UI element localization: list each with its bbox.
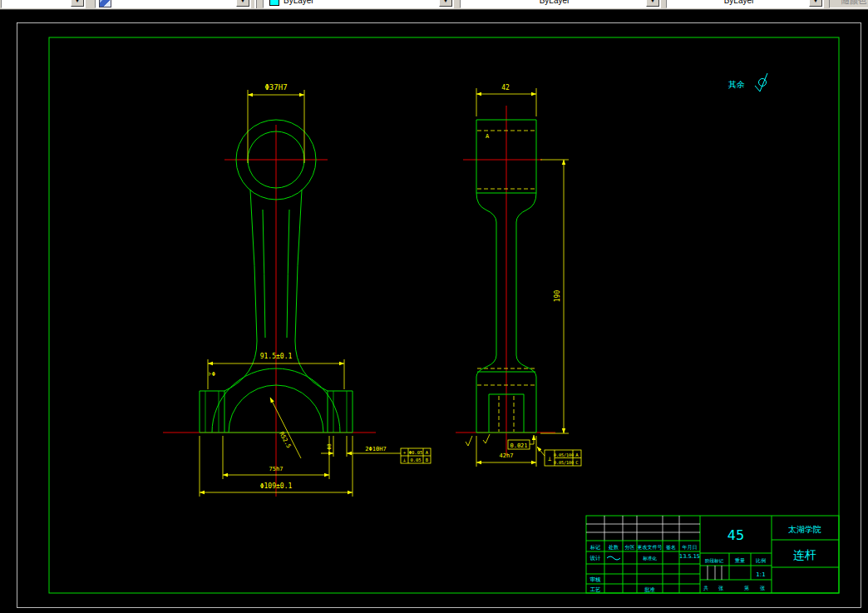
dim-width-top: 42 [501, 84, 510, 91]
svg-text:设计: 设计 [590, 555, 602, 561]
fcf-tolerance: Φ0.05 [409, 450, 423, 455]
dim-big-od: Φ109±0.1 [260, 482, 293, 490]
dim-radius: R52.5 [278, 431, 292, 449]
roughness-check-icon [755, 73, 767, 91]
scale-value: 1:1 [756, 571, 765, 578]
svg-text:阶段标记: 阶段标记 [705, 558, 724, 564]
dim-length: 190 [554, 290, 561, 303]
dim-width-bottom: 42h7 [500, 452, 514, 459]
dim-span: 91.5±0.1 [260, 353, 293, 360]
rest-label: 其余 [728, 80, 745, 89]
svg-text:第: 第 [744, 585, 749, 591]
date-value: 13.5.15 [679, 553, 700, 560]
surface-roughness-note: 其余 [728, 73, 767, 91]
dim-small-bore: Φ37H7 [264, 83, 287, 91]
svg-text:处数: 处数 [608, 544, 619, 551]
svg-text:工艺: 工艺 [590, 586, 602, 593]
fcf-symbol: ⊥ [548, 456, 551, 462]
fcf-symbol: ⌖ [403, 450, 406, 455]
fcf-datum: C [575, 460, 578, 465]
svg-text:比例: 比例 [756, 557, 766, 564]
side-feature-control-frame: ⊥ 0.05/100 A 0.05/100 C [537, 447, 581, 466]
svg-text:审核: 审核 [590, 576, 602, 583]
svg-text:共: 共 [703, 585, 708, 591]
fcf-datum: A [426, 450, 429, 455]
fcf-symbol: ⊥ [403, 457, 407, 462]
dim-tab-hole: Φ8 [326, 443, 332, 450]
fcf-tolerance: 0.05/100 [554, 460, 574, 465]
front-centerlines [163, 125, 376, 497]
svg-text:张: 张 [718, 585, 723, 591]
svg-text:更改文件号: 更改文件号 [638, 544, 663, 550]
revision-grid [586, 516, 700, 541]
svg-text:标准化: 标准化 [642, 556, 657, 561]
svg-text:批准: 批准 [644, 586, 656, 593]
signature-mark [607, 556, 620, 560]
fcf-tolerance: 0.05 [410, 457, 421, 462]
svg-text:年月日: 年月日 [683, 544, 698, 551]
svg-text:重量: 重量 [734, 557, 745, 563]
svg-text:分区: 分区 [625, 544, 635, 550]
fcf-datum: A [575, 452, 579, 457]
datum-a-label: A [486, 133, 490, 140]
side-view: 42 A 190 42h7 0.021 [456, 84, 581, 467]
fcf-tolerance: 0.05/100 [554, 452, 574, 457]
drawing-canvas[interactable]: 其余 [0, 0, 868, 613]
svg-text:签名: 签名 [666, 544, 676, 551]
front-dimensions: Φ37H7 91.5±0.1 ⊦Φ R52.5 75h7 Φ109±0.1 [200, 83, 431, 497]
company-name: 太湖学院 [788, 525, 821, 534]
material-value: 45 [727, 527, 744, 543]
scale-weight-row: 阶段标记 重量 比例 1:1 共 张 第 张 [703, 557, 766, 591]
side-centerlines [456, 106, 555, 456]
header-row: 标记 处数 分区 更改文件号 签名 年月日 [589, 544, 698, 551]
fcf-datum: B [426, 457, 429, 462]
part-name: 连杆 [793, 548, 816, 561]
roughness-mark-icon [466, 436, 472, 446]
sheet-frame [17, 23, 861, 608]
front-feature-control-frame: ⌖ Φ0.05 A ⊥ 0.05 B [401, 448, 431, 463]
section-mark: ⊦Φ [209, 371, 215, 378]
dim-cap-width: 75h7 [269, 466, 284, 472]
svg-text:张: 张 [760, 585, 765, 591]
svg-text:标记: 标记 [589, 544, 600, 551]
dim-boxed: 0.021 [510, 442, 527, 449]
dim-bolt-holes: 2Φ10H7 [365, 446, 386, 452]
roughness-mark-icon [483, 434, 490, 443]
title-block: 45 太湖学院 连杆 标记 处数 分区 更改文件号 签名 年月日 设计 标准化 … [586, 516, 839, 593]
signature-rows: 设计 标准化 13.5.15 审核 工艺 批准 [590, 553, 700, 593]
front-view: Φ37H7 91.5±0.1 ⊦Φ R52.5 75h7 Φ109±0.1 [163, 83, 431, 497]
